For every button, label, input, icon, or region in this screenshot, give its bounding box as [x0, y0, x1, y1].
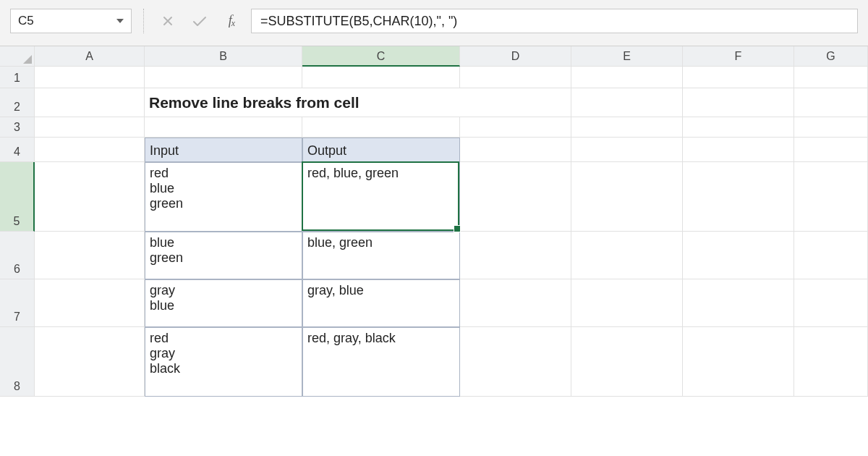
formula-input[interactable]: =SUBSTITUTE(B5,CHAR(10),", ") [251, 9, 858, 33]
row-header-6[interactable]: 6 [0, 232, 35, 279]
cell-F4[interactable] [683, 138, 794, 162]
cell-A7[interactable] [35, 279, 145, 327]
grid: A B C D E F G 1 2 Remove line breaks fro… [0, 46, 868, 456]
cell-B5[interactable]: red blue green [145, 162, 302, 232]
cell-F3[interactable] [683, 117, 794, 138]
enter-button[interactable] [187, 9, 212, 33]
row-header-3[interactable]: 3 [0, 117, 35, 138]
cell-C8-value: red, gray, black [307, 331, 396, 346]
column-header-F[interactable]: F [683, 46, 794, 67]
row-header-5[interactable]: 5 [0, 162, 35, 232]
column-header-G[interactable]: G [794, 46, 868, 67]
name-box[interactable]: C5 [10, 9, 132, 33]
cell-E7[interactable] [571, 279, 683, 327]
cell-G8[interactable] [794, 327, 868, 397]
cell-B6-value: blue green [150, 235, 183, 266]
table-header-input[interactable]: Input [145, 138, 302, 162]
cell-C1[interactable] [302, 67, 460, 88]
cell-D7[interactable] [460, 279, 571, 327]
cell-D8[interactable] [460, 327, 571, 397]
cell-A1[interactable] [35, 67, 145, 88]
column-header-E[interactable]: E [571, 46, 683, 67]
cell-A6[interactable] [35, 232, 145, 279]
table-header-input-label: Input [150, 143, 179, 159]
cell-B7-value: gray blue [150, 283, 175, 313]
table-header-output-label: Output [307, 143, 346, 159]
cell-B5-value: red blue green [150, 166, 183, 211]
cell-G2[interactable] [794, 88, 868, 117]
cell-C6[interactable]: blue, green [302, 232, 460, 279]
cell-A5[interactable] [35, 162, 145, 232]
cell-G6[interactable] [794, 232, 868, 279]
name-box-value: C5 [18, 14, 112, 28]
cell-B6[interactable]: blue green [145, 232, 302, 279]
column-header-A[interactable]: A [35, 46, 145, 67]
cell-G5[interactable] [794, 162, 868, 232]
cell-G4[interactable] [794, 138, 868, 162]
column-header-D[interactable]: D [460, 46, 571, 67]
sheet-title: Remove line breaks from cell [149, 94, 359, 111]
cell-F7[interactable] [683, 279, 794, 327]
cell-D6[interactable] [460, 232, 571, 279]
cell-D3[interactable] [460, 117, 571, 138]
fx-icon: fx [229, 13, 234, 29]
separator [143, 9, 144, 33]
cell-C5[interactable]: red, blue, green [302, 162, 460, 232]
cell-F2[interactable] [683, 88, 794, 117]
cell-C8[interactable]: red, gray, black [302, 327, 460, 397]
cell-B8[interactable]: red gray black [145, 327, 302, 397]
worksheet: A B C D E F G 1 2 Remove line breaks fro… [0, 46, 868, 456]
cell-C3[interactable] [302, 117, 460, 138]
cell-D5[interactable] [460, 162, 571, 232]
cell-E2[interactable] [571, 88, 683, 117]
row-header-7[interactable]: 7 [0, 279, 35, 327]
cell-B2[interactable]: Remove line breaks from cell [145, 88, 571, 117]
row-header-4[interactable]: 4 [0, 138, 35, 162]
cell-E1[interactable] [571, 67, 683, 88]
cell-E5[interactable] [571, 162, 683, 232]
cell-C7[interactable]: gray, blue [302, 279, 460, 327]
cell-B8-value: red gray black [150, 331, 180, 376]
cell-B7[interactable]: gray blue [145, 279, 302, 327]
column-header-B[interactable]: B [145, 46, 302, 67]
cell-A4[interactable] [35, 138, 145, 162]
cell-F5[interactable] [683, 162, 794, 232]
row-header-2[interactable]: 2 [0, 88, 35, 117]
row-header-1[interactable]: 1 [0, 67, 35, 88]
cell-F6[interactable] [683, 232, 794, 279]
column-header-C[interactable]: C [302, 46, 460, 67]
formula-text: =SUBSTITUTE(B5,CHAR(10),", ") [260, 14, 457, 29]
row-header-8[interactable]: 8 [0, 327, 35, 397]
cell-F1[interactable] [683, 67, 794, 88]
table-header-output[interactable]: Output [302, 138, 460, 162]
cell-A3[interactable] [35, 117, 145, 138]
cell-A2[interactable] [35, 88, 145, 117]
cell-C5-value: red, blue, green [307, 166, 399, 181]
cell-F8[interactable] [683, 327, 794, 397]
cell-B1[interactable] [145, 67, 302, 88]
cell-E8[interactable] [571, 327, 683, 397]
cell-G1[interactable] [794, 67, 868, 88]
cell-C7-value: gray, blue [307, 283, 364, 298]
insert-function-button[interactable]: fx [219, 9, 244, 33]
cell-C6-value: blue, green [307, 235, 373, 250]
cell-G7[interactable] [794, 279, 868, 327]
select-all-corner[interactable] [0, 46, 35, 67]
cell-A8[interactable] [35, 327, 145, 397]
chevron-down-icon [116, 19, 124, 23]
cell-D4[interactable] [460, 138, 571, 162]
cell-G3[interactable] [794, 117, 868, 138]
cell-B3[interactable] [145, 117, 302, 138]
cell-E4[interactable] [571, 138, 683, 162]
cell-E6[interactable] [571, 232, 683, 279]
cell-D1[interactable] [460, 67, 571, 88]
cell-E3[interactable] [571, 117, 683, 138]
formula-bar: C5 fx =SUBSTITUTE(B5,CHAR(10),", ") [0, 0, 868, 46]
cancel-button[interactable] [156, 9, 180, 33]
